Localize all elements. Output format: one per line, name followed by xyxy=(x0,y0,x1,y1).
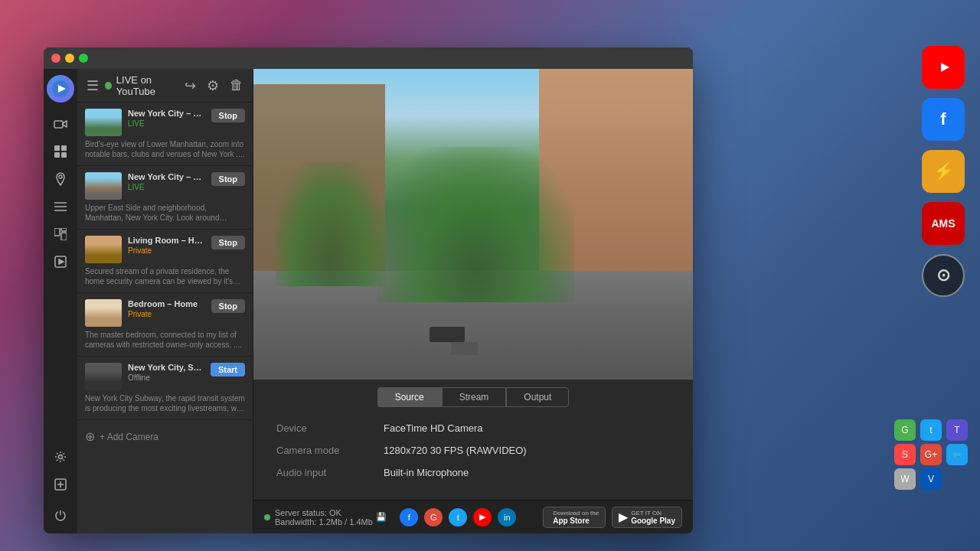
get-it-on-label: GET IT ON xyxy=(631,510,675,517)
settings-icon[interactable]: ⚙ xyxy=(207,77,219,94)
cluster-icon-5[interactable]: G+ xyxy=(920,444,942,465)
app-store-badge[interactable]: Download on the App Store xyxy=(543,507,606,528)
camera-name-nyc: New York City – Birds Eye xyxy=(128,109,205,118)
camera-desc-nyc: Bird's-eye view of Lower Manhattan, zoom… xyxy=(85,139,245,159)
traffic-lights xyxy=(51,54,88,63)
desktop-icon-ams[interactable]: AMS xyxy=(922,202,965,245)
camera-status-nyc: LIVE xyxy=(128,119,205,128)
desktop-icon-lightning[interactable]: ⚡ xyxy=(922,150,965,193)
maximize-button[interactable] xyxy=(79,54,88,63)
svg-marker-18 xyxy=(59,259,64,264)
footer: Server status: OK Bandwidth: 1.2Mb / 1.4… xyxy=(253,500,693,533)
trash-icon[interactable]: 🗑 xyxy=(230,77,243,93)
svg-rect-4 xyxy=(54,121,63,128)
server-status-text: Server status: OK xyxy=(275,508,373,517)
title-bar xyxy=(44,47,693,69)
desktop-icons: f ⚡ AMS ⊙ xyxy=(922,46,965,297)
desktop-icon-youtube[interactable] xyxy=(922,46,965,89)
share-icon[interactable]: ↪ xyxy=(185,77,196,94)
sidebar-icon-location[interactable] xyxy=(48,167,73,191)
social-google[interactable]: G xyxy=(424,508,443,527)
camera-mode-value: 980x551 30 FPS (RAWVIDEO) xyxy=(384,445,527,456)
svg-point-19 xyxy=(59,455,63,459)
close-button[interactable] xyxy=(51,54,60,63)
tab-source[interactable]: Source xyxy=(377,387,442,407)
camera-name-bedroom: Bedroom – Home xyxy=(128,299,205,308)
start-button-subway[interactable]: Start xyxy=(211,363,245,377)
footer-social-links: f G t ▶ in xyxy=(400,508,516,527)
minimize-button[interactable] xyxy=(65,54,74,63)
camera-status-bedroom: Private xyxy=(128,310,205,318)
tab-stream[interactable]: Stream xyxy=(442,387,507,407)
live-text: LIVE on YouTube xyxy=(116,74,185,97)
sidebar-icon-add[interactable] xyxy=(48,472,73,497)
audio-input-value: Built-in Microphone xyxy=(384,467,469,478)
camera-item-subway[interactable]: New York City, Subway Offline Start New … xyxy=(77,357,253,420)
stop-button-nyc[interactable]: Stop xyxy=(211,109,245,122)
camera-thumb-subway xyxy=(85,363,122,390)
desktop-icon-facebook[interactable]: f xyxy=(922,98,965,141)
sidebar-icon-play[interactable] xyxy=(48,249,73,274)
camera-item-living-room[interactable]: Living Room – Home Private Stop Secured … xyxy=(77,230,253,293)
main-content: Source Stream Output Device FaceTime HD … xyxy=(253,69,693,533)
audio-input-label: Audio input xyxy=(276,467,384,478)
social-twitter[interactable]: t xyxy=(449,508,467,527)
svg-rect-6 xyxy=(54,145,60,151)
camera-thumb-living xyxy=(85,236,122,263)
cluster-icon-3[interactable]: T xyxy=(946,419,968,441)
tab-output[interactable]: Output xyxy=(506,387,569,407)
sidebar-icon-list[interactable] xyxy=(48,194,73,219)
cluster-icon-7[interactable]: W xyxy=(894,468,916,490)
menu-icon[interactable]: ☰ xyxy=(87,77,99,94)
camera-list: ☰ LIVE on YouTube ↪ ⚙ 🗑 New York City – … xyxy=(77,69,253,533)
stop-button-living[interactable]: Stop xyxy=(211,236,245,249)
app-store-text: Download on the App Store xyxy=(553,510,599,525)
cluster-icon-1[interactable]: G xyxy=(894,419,916,441)
camera-desc-living: Secured stream of a private residence, t… xyxy=(85,266,245,286)
camera-info-ues: New York City – UES LIVE xyxy=(128,172,205,193)
stop-button-bedroom[interactable]: Stop xyxy=(211,299,245,313)
add-camera-button[interactable]: ⊕ + Add Camera xyxy=(77,420,253,453)
sidebar-icon-settings[interactable] xyxy=(48,445,73,469)
svg-rect-8 xyxy=(54,152,60,158)
svg-rect-14 xyxy=(54,228,60,236)
cluster-icon-2[interactable]: t xyxy=(920,419,942,441)
social-linkedin[interactable]: in xyxy=(498,508,516,527)
desktop-icon-target[interactable]: ⊙ xyxy=(922,254,965,297)
sidebar-icon-cameras[interactable] xyxy=(48,112,73,136)
app-logo[interactable] xyxy=(47,75,74,103)
camera-desc-ues: Upper East Side and neighborhood, Manhat… xyxy=(85,203,245,223)
download-on-label: Download on the xyxy=(553,510,599,517)
google-play-badge[interactable]: ▶ GET IT ON Google Play xyxy=(612,507,682,528)
device-value: FaceTime HD Camera xyxy=(384,422,483,434)
video-preview xyxy=(253,69,693,380)
svg-rect-16 xyxy=(61,233,67,240)
camera-item-bedroom[interactable]: Bedroom – Home Private Stop The master b… xyxy=(77,293,253,357)
social-facebook[interactable]: f xyxy=(400,508,418,527)
cluster-icon-4[interactable]: S xyxy=(894,444,916,465)
camera-mode-row: Camera mode 980x551 30 FPS (RAWVIDEO) xyxy=(276,445,670,456)
add-camera-icon: ⊕ xyxy=(85,429,95,444)
tabs-bar: Source Stream Output xyxy=(253,380,693,412)
camera-item-nyc-birds-eye[interactable]: New York City – Birds Eye LIVE Stop Bird… xyxy=(77,103,253,166)
disk-icon: 💾 xyxy=(376,512,387,522)
stop-button-ues[interactable]: Stop xyxy=(211,172,245,186)
sidebar-icon-grid[interactable] xyxy=(48,139,73,164)
cluster-icon-6[interactable]: 🐦 xyxy=(946,444,968,465)
sidebar-icon-power[interactable] xyxy=(48,503,73,527)
cluster-icon-8[interactable]: V xyxy=(920,468,942,490)
camera-info-bedroom: Bedroom – Home Private xyxy=(128,299,205,320)
svg-rect-9 xyxy=(61,152,67,158)
app-content: ☰ LIVE on YouTube ↪ ⚙ 🗑 New York City – … xyxy=(44,69,693,533)
app-window: ☰ LIVE on YouTube ↪ ⚙ 🗑 New York City – … xyxy=(44,47,693,533)
app-store-label: App Store xyxy=(553,517,599,525)
main-header: ☰ LIVE on YouTube ↪ ⚙ 🗑 xyxy=(77,69,253,103)
live-dot xyxy=(105,82,112,90)
audio-input-row: Audio input Built-in Microphone xyxy=(276,467,670,478)
social-youtube[interactable]: ▶ xyxy=(473,508,492,527)
camera-item-nyc-ues[interactable]: New York City – UES LIVE Stop Upper East… xyxy=(77,166,253,230)
device-row: Device FaceTime HD Camera xyxy=(276,422,670,434)
google-play-text: GET IT ON Google Play xyxy=(631,510,675,525)
sidebar-icon-dashboard[interactable] xyxy=(48,222,73,246)
server-status-dot xyxy=(264,514,270,520)
